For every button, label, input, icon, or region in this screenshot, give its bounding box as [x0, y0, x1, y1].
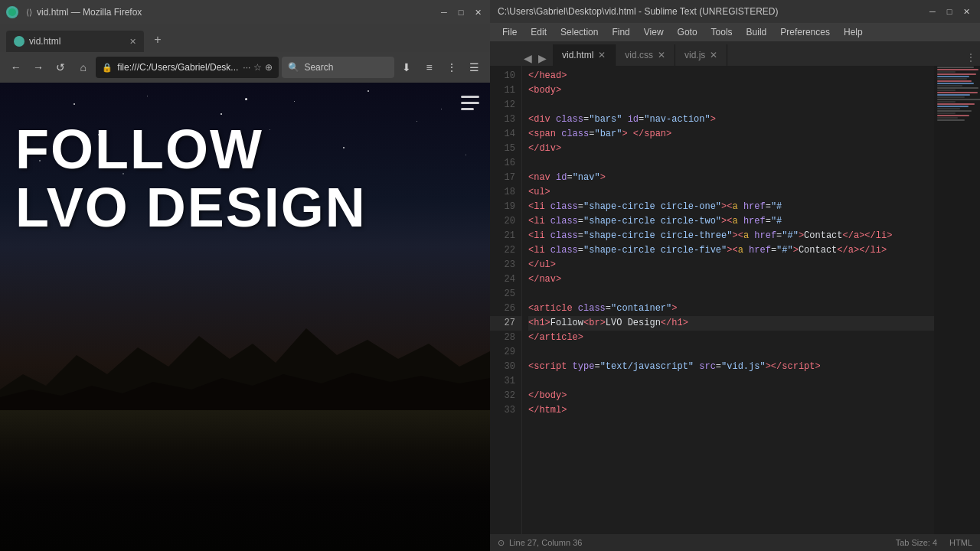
menu-tools[interactable]: Tools	[705, 24, 739, 41]
overflow-button[interactable]: ⋮	[442, 57, 461, 78]
ln-18: 18	[490, 185, 521, 200]
ln-15: 15	[490, 142, 521, 156]
status-icon: ⊙	[498, 538, 505, 548]
menu-view[interactable]: View	[638, 24, 670, 41]
maximize-button[interactable]: □	[455, 6, 467, 18]
code-line-26: <article class="container">	[528, 302, 934, 316]
sublime-minimize[interactable]: ─	[926, 5, 939, 18]
tab-vid-css-label: vid.css	[625, 50, 653, 60]
code-line-27: <h1>Follow<br>LVO Design</h1>	[528, 316, 934, 331]
ln-28: 28	[490, 331, 521, 345]
new-tab-button[interactable]: +	[147, 31, 168, 52]
menu-button[interactable]: ☰	[465, 57, 484, 78]
hamburger-line-2	[461, 102, 479, 104]
home-button[interactable]: ⌂	[74, 57, 93, 78]
menu-help[interactable]: Help	[838, 24, 869, 41]
ln-26: 26	[490, 302, 521, 316]
forward-button[interactable]: →	[28, 57, 47, 78]
sublime-title-text: C:\Users\Gabriel\Desktop\vid.html - Subl…	[498, 6, 926, 17]
browser-content: FOLLOW LVO DESIGN	[0, 83, 490, 551]
sublime-win-controls: ─ □ ✕	[926, 5, 972, 18]
ln-24: 24	[490, 272, 521, 287]
ln-14: 14	[490, 127, 521, 142]
code-line-22: <li class="shape-circle circle-five"><a …	[528, 243, 934, 258]
code-line-25	[528, 287, 934, 302]
sublime-close[interactable]: ✕	[960, 5, 972, 18]
ln-17: 17	[490, 171, 521, 185]
menu-selection[interactable]: Selection	[554, 24, 604, 41]
code-area: 10 11 12 13 14 15 16 17 18 19 20 21 22 2…	[490, 66, 980, 534]
status-right: Tab Size: 4 HTML	[896, 538, 972, 547]
tab-vid-html[interactable]: vid.html ✕	[553, 44, 616, 66]
browser-toolbar: ← → ↺ ⌂ 🔒 file:///C:/Users/Gabriel/Desk.…	[0, 52, 490, 83]
ln-11: 11	[490, 83, 521, 98]
menu-find[interactable]: Find	[606, 24, 635, 41]
tab-vid-js-close[interactable]: ✕	[710, 50, 717, 60]
ln-33: 33	[490, 403, 521, 418]
code-line-17: <nav id="nav">	[528, 171, 934, 185]
downloads-button[interactable]: ⬇	[397, 57, 416, 78]
tab-vid-css[interactable]: vid.css ✕	[616, 44, 675, 66]
code-line-29	[528, 345, 934, 360]
browser-tab-active[interactable]: vid.html ✕	[6, 31, 144, 52]
ln-13: 13	[490, 112, 521, 127]
bookmark-button[interactable]: ☆	[253, 62, 262, 73]
tab-nav-right[interactable]: ▶	[535, 52, 550, 66]
menu-preferences[interactable]: Preferences	[774, 24, 836, 41]
back-button[interactable]: ←	[6, 57, 25, 78]
browser-title-text: vid.html — Mozilla Firefox	[37, 7, 433, 18]
search-icon: 🔍	[288, 62, 299, 73]
sublime-statusbar: ⊙ Line 27, Column 36 Tab Size: 4 HTML	[490, 534, 980, 551]
menu-edit[interactable]: Edit	[524, 24, 553, 41]
tab-close-button[interactable]: ✕	[129, 37, 136, 47]
status-left: ⊙ Line 27, Column 36	[498, 538, 582, 548]
address-bar[interactable]: 🔒 file:///C:/Users/Gabriel/Desk... ··· ☆…	[96, 57, 279, 78]
tab-vid-html-close[interactable]: ✕	[598, 50, 606, 60]
browser-tab-bar: vid.html ✕ +	[0, 24, 490, 52]
ln-19: 19	[490, 200, 521, 214]
synced-tabs-button[interactable]: ≡	[420, 57, 439, 78]
ln-31: 31	[490, 374, 521, 389]
ln-25: 25	[490, 287, 521, 302]
browser-favicon	[6, 6, 18, 18]
ln-32: 32	[490, 389, 521, 403]
tab-vid-js[interactable]: vid.js ✕	[675, 44, 727, 66]
tab-nav-left[interactable]: ◀	[521, 52, 535, 66]
code-line-24: </nav>	[528, 272, 934, 287]
menu-file[interactable]: File	[496, 24, 523, 41]
search-text: Search	[304, 62, 333, 73]
reader-button[interactable]: ⊕	[265, 62, 273, 73]
status-file-type: HTML	[949, 538, 972, 547]
ln-29: 29	[490, 345, 521, 360]
line-numbers: 10 11 12 13 14 15 16 17 18 19 20 21 22 2…	[490, 66, 522, 534]
close-button[interactable]: ✕	[472, 6, 484, 18]
menu-build[interactable]: Build	[740, 24, 773, 41]
tab-vid-js-label: vid.js	[684, 50, 705, 60]
search-box[interactable]: 🔍 Search	[282, 57, 394, 78]
options-button[interactable]: ···	[243, 62, 250, 73]
ln-22: 22	[490, 243, 521, 258]
tab-vid-css-close[interactable]: ✕	[658, 50, 665, 60]
site-title-line2: LVO DESIGN	[15, 179, 475, 237]
code-line-23: </ul>	[528, 258, 934, 272]
ln-21: 21	[490, 229, 521, 243]
minimize-button[interactable]: ─	[438, 6, 450, 18]
minimap	[934, 66, 980, 534]
code-content[interactable]: </head><body> <div class="bars" id="nav-…	[522, 66, 934, 534]
sublime-maximize[interactable]: □	[943, 5, 956, 18]
tab-vid-html-label: vid.html	[562, 50, 593, 60]
tab-nav-arrows: ◀ ▶	[521, 52, 553, 66]
browser-window: ⟨⟩ vid.html — Mozilla Firefox ─ □ ✕ vid.…	[0, 0, 490, 551]
reload-button[interactable]: ↺	[51, 57, 70, 78]
ln-12: 12	[490, 98, 521, 112]
menu-goto[interactable]: Goto	[671, 24, 704, 41]
sublime-titlebar: C:\Users\Gabriel\Desktop\vid.html - Subl…	[490, 0, 980, 23]
browser-titlebar: ⟨⟩ vid.html — Mozilla Firefox ─ □ ✕	[0, 0, 490, 24]
tab-title: vid.html	[29, 36, 60, 47]
code-line-30: <script type="text/javascript" src="vid.…	[528, 360, 934, 374]
site-background: FOLLOW LVO DESIGN	[0, 83, 490, 551]
ln-10: 10	[490, 69, 521, 83]
tab-overflow-button[interactable]: ⋮	[962, 52, 980, 63]
code-line-12	[528, 98, 934, 112]
ln-20: 20	[490, 214, 521, 229]
